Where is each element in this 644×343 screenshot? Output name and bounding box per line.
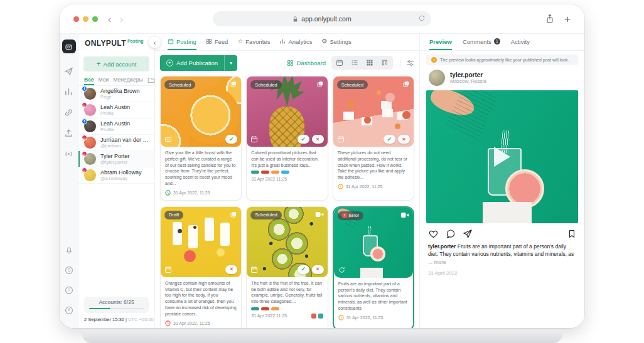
accounts-counter: Accounts: 6/25 xyxy=(84,297,149,313)
address-bar[interactable]: app.onlypult.com xyxy=(213,11,431,26)
logout-icon[interactable] xyxy=(65,306,73,315)
facebook-badge-icon: f xyxy=(82,86,87,92)
post-card[interactable]: Draft × Oranges contain high amounts of … xyxy=(160,206,242,328)
more-link[interactable]: ... more xyxy=(428,259,446,265)
dashboard-toggle[interactable]: Dashboard xyxy=(287,60,326,66)
bookmark-icon[interactable] xyxy=(567,229,576,239)
calendar-view-icon[interactable] xyxy=(333,57,346,68)
tab-favorites[interactable]: ☆ Favorites xyxy=(237,34,270,50)
status-badge: Scheduled xyxy=(164,80,195,89)
post-card[interactable]: Scheduled ✓ × The fruit is the fruit of … xyxy=(246,206,328,328)
copy-icon[interactable] xyxy=(402,80,410,88)
tab-comments[interactable]: Comments 1 xyxy=(463,34,500,50)
minimize-window-button[interactable] xyxy=(83,16,89,22)
add-publication-button[interactable]: + Add Publication ▾ xyxy=(160,55,237,71)
tab-posting[interactable]: Posting xyxy=(168,34,196,50)
post-date: 31 Apr 2022, 11:25 xyxy=(165,320,237,326)
svg-text:?: ? xyxy=(68,288,70,292)
avatar xyxy=(84,104,96,116)
browser-back-button[interactable]: ‹ xyxy=(108,14,111,24)
retry-icon[interactable] xyxy=(338,266,346,274)
collapse-sidebar-button[interactable]: ‹ xyxy=(149,36,161,48)
caption-username[interactable]: tyler.porter xyxy=(428,243,456,250)
approved-check-icon[interactable]: ✓ xyxy=(225,135,237,144)
close-window-button[interactable] xyxy=(73,16,79,22)
accounts-usage-progress xyxy=(89,308,144,309)
grid-view-icon[interactable] xyxy=(363,57,377,68)
filters-icon[interactable] xyxy=(400,59,414,67)
share-icon[interactable] xyxy=(545,14,554,24)
post-caption: Colored promotional pictures that can be… xyxy=(251,150,323,168)
like-heart-icon[interactable] xyxy=(428,229,439,239)
reject-cross-icon[interactable]: × xyxy=(312,135,324,144)
copy-icon[interactable] xyxy=(230,80,237,88)
account-item[interactable]: f Angelika BrownPage xyxy=(78,86,154,102)
tab-activity[interactable]: Activity xyxy=(511,34,530,50)
tag-labels xyxy=(251,307,323,310)
reject-cross-icon[interactable]: × xyxy=(398,135,410,144)
approve-check-icon[interactable]: ✓ xyxy=(298,135,309,144)
copy-icon[interactable] xyxy=(230,211,237,218)
folder-icon[interactable] xyxy=(148,75,155,85)
avatar: f xyxy=(84,88,96,100)
publish-icon[interactable] xyxy=(64,66,73,76)
copy-icon[interactable] xyxy=(316,80,324,88)
browser-forward-button[interactable]: › xyxy=(120,14,123,24)
post-card[interactable]: Scheduled ✓ × Colored promotional pictur… xyxy=(246,76,328,201)
tab-analytics[interactable]: Analytics xyxy=(279,34,312,50)
onlypult-logo-icon[interactable] xyxy=(62,40,76,53)
plus-icon: + xyxy=(166,60,173,66)
add-publication-dropdown[interactable]: ▾ xyxy=(224,55,237,71)
support-icon[interactable]: S xyxy=(65,266,73,275)
account-item[interactable]: Abram Holloway@a.holloway xyxy=(78,167,154,184)
post-card[interactable]: Scheduled ✓ × These pictures do not need… xyxy=(333,76,414,201)
post-caption: These pictures do not need additional pr… xyxy=(338,150,409,181)
avatar xyxy=(84,137,96,149)
accounts-tab-my[interactable]: Мои xyxy=(99,75,109,85)
post-card[interactable]: Scheduled ✓ Give your life a little boos… xyxy=(160,76,242,201)
instagram-badge-icon xyxy=(82,102,87,108)
reject-cross-icon[interactable]: × xyxy=(225,265,237,274)
share-plane-icon[interactable] xyxy=(463,229,473,239)
calendar-icon xyxy=(250,266,258,273)
export-icon[interactable] xyxy=(64,129,73,138)
approve-check-icon[interactable]: ✓ xyxy=(384,135,395,144)
tab-preview[interactable]: Preview xyxy=(429,34,452,50)
post-date: 31 Apr 2022, 11:25 xyxy=(165,190,237,196)
avatar[interactable] xyxy=(429,70,445,86)
instagram-badge-icon xyxy=(82,135,87,140)
accounts-tab-managers[interactable]: Менеджеры xyxy=(113,75,142,85)
analytics-icon[interactable] xyxy=(64,87,73,97)
account-item[interactable]: Leah AustinProfile xyxy=(78,102,154,119)
columns-view-icon[interactable] xyxy=(378,57,392,68)
post-image-pineapple: Scheduled ✓ × xyxy=(247,77,327,147)
calendar-icon xyxy=(168,38,174,45)
preview-date: 31 April 2022 xyxy=(420,266,584,280)
preview-post-video[interactable] xyxy=(426,90,578,223)
link-tool-icon[interactable] xyxy=(64,108,73,117)
account-item-selected[interactable]: Tyler Porter@tyler.porter xyxy=(78,151,154,167)
traffic-lights xyxy=(73,16,98,22)
post-card-selected[interactable]: ! Error Fruits are an important part of … xyxy=(333,206,414,328)
browser-window: ‹ › app.onlypult.com + xyxy=(60,4,584,328)
new-tab-button[interactable]: + xyxy=(564,14,571,24)
account-item[interactable]: f Leah AustinProfile xyxy=(78,119,154,135)
accounts-tab-all[interactable]: Все xyxy=(84,75,94,85)
maximize-window-button[interactable] xyxy=(92,16,98,22)
notifications-bell-icon[interactable] xyxy=(65,246,73,255)
approve-check-icon[interactable]: ✓ xyxy=(298,265,309,274)
help-icon[interactable]: ? xyxy=(65,286,73,295)
reject-cross-icon[interactable]: × xyxy=(312,265,324,274)
tab-feed[interactable]: Feed xyxy=(206,34,228,50)
account-item[interactable]: Jurriaan van der Broek@jurriaan xyxy=(78,135,154,151)
play-icon[interactable] xyxy=(494,147,510,167)
comment-icon[interactable] xyxy=(446,229,456,239)
plus-icon: + xyxy=(97,60,101,68)
broadcast-icon[interactable] xyxy=(64,149,73,159)
post-image-orange-slices: Scheduled ✓ xyxy=(161,77,241,147)
add-account-button[interactable]: + Add account xyxy=(83,56,149,71)
list-view-icon[interactable] xyxy=(348,57,362,68)
instagram-badge-icon xyxy=(82,167,87,173)
tab-settings[interactable]: ⚙ Settings xyxy=(321,34,351,50)
reload-icon[interactable] xyxy=(418,14,426,22)
